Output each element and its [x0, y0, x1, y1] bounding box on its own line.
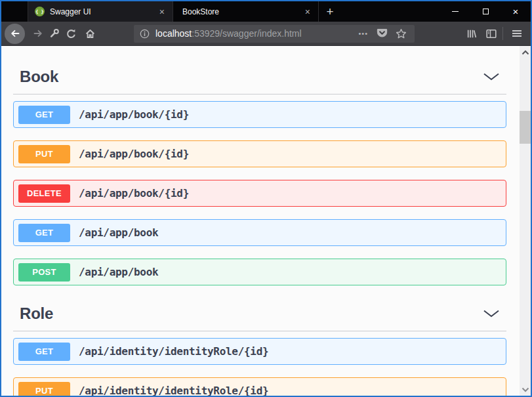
method-badge: GET — [18, 224, 70, 242]
home-icon — [85, 28, 96, 39]
tab-title: BookStore — [182, 7, 302, 16]
endpoint-row[interactable]: POST /api/app/book — [13, 259, 506, 285]
scroll-down-button[interactable] — [520, 385, 531, 395]
reload-button[interactable] — [66, 28, 77, 39]
maximize-button[interactable] — [470, 1, 501, 22]
minimize-icon — [452, 11, 459, 12]
forward-arrow-icon — [33, 28, 43, 39]
close-tab-icon[interactable]: × — [157, 7, 167, 17]
endpoint-path: /api/identity/identityRole/{id} — [79, 345, 268, 358]
endpoint-row[interactable]: PUT /api/identity/identityRole/{id} — [13, 377, 506, 396]
vertical-scrollbar[interactable] — [520, 46, 531, 396]
chevron-down-icon[interactable] — [483, 310, 500, 318]
maximize-icon — [483, 9, 489, 14]
pocket-icon[interactable] — [377, 28, 388, 39]
endpoint-path: /api/app/book/{id} — [79, 187, 189, 199]
browser-window: { } Swagger UI × BookStore × + × — [0, 0, 532, 397]
endpoint-row[interactable]: GET /api/app/book — [13, 219, 506, 246]
minimize-button[interactable] — [440, 1, 470, 22]
scroll-up-button[interactable] — [520, 47, 531, 58]
library-icon — [466, 28, 478, 39]
library-button[interactable] — [466, 28, 478, 39]
section-header-role[interactable]: Role — [13, 298, 506, 331]
url-text[interactable]: localhost:53929/swagger/index.html — [155, 28, 354, 39]
method-badge: DELETE — [18, 184, 70, 203]
endpoint-path: /api/app/book — [79, 226, 158, 239]
tab-bookstore[interactable]: BookStore × — [173, 1, 319, 22]
section-title: Book — [20, 68, 58, 86]
url-path: :53929/swagger/index.html — [192, 28, 301, 39]
swagger-api-list: Book GET /api/app/book/{id} PUT /api/app… — [1, 61, 531, 396]
developer-tools-button[interactable] — [49, 28, 60, 39]
endpoint-row[interactable]: GET /api/identity/identityRole/{id} — [13, 338, 506, 365]
hamburger-icon — [512, 30, 522, 31]
window-controls: × — [440, 1, 531, 22]
section-header-book[interactable]: Book — [13, 61, 506, 94]
sidebar-icon — [485, 28, 497, 39]
scroll-up-icon — [522, 50, 529, 55]
section-title: Role — [20, 304, 53, 323]
close-tab-icon[interactable]: × — [302, 7, 313, 17]
method-badge: GET — [18, 343, 70, 361]
endpoint-path: /api/app/book — [79, 266, 158, 278]
endpoint-path: /api/identity/identityRole/{id} — [79, 385, 268, 396]
url-host: localhost — [155, 28, 192, 39]
wrench-icon — [49, 28, 60, 39]
tabbar-spacer — [1, 1, 28, 22]
bookmark-star-icon[interactable] — [396, 28, 407, 39]
tab-title: Swagger UI — [50, 7, 157, 16]
new-tab-button[interactable]: + — [319, 1, 341, 22]
method-badge: PUT — [18, 145, 70, 163]
page-actions-icon[interactable]: ••• — [358, 30, 368, 37]
sidebars-button[interactable] — [485, 28, 497, 39]
close-window-button[interactable]: × — [501, 1, 531, 22]
scrollbar-thumb[interactable] — [520, 111, 531, 144]
endpoint-path: /api/app/book/{id} — [79, 108, 189, 121]
back-button[interactable] — [5, 24, 25, 44]
endpoint-path: /api/app/book/{id} — [79, 148, 189, 160]
site-info-icon[interactable] — [140, 29, 150, 39]
menu-button[interactable] — [508, 30, 525, 37]
endpoint-row[interactable]: GET /api/app/book/{id} — [13, 101, 506, 128]
scroll-down-icon — [522, 387, 529, 392]
forward-button[interactable] — [33, 28, 43, 39]
tab-swagger-ui[interactable]: { } Swagger UI × — [28, 1, 173, 22]
reload-icon — [66, 28, 77, 39]
chevron-down-icon[interactable] — [483, 73, 500, 81]
method-badge: PUT — [18, 382, 70, 397]
home-button[interactable] — [85, 28, 96, 39]
navigation-toolbar: localhost:53929/swagger/index.html ••• — [1, 22, 531, 46]
page-content: Book GET /api/app/book/{id} PUT /api/app… — [1, 46, 531, 396]
endpoint-row[interactable]: DELETE /api/app/book/{id} — [13, 180, 506, 207]
toolbar-separator — [502, 27, 503, 40]
method-badge: POST — [18, 263, 70, 282]
tab-bar: { } Swagger UI × BookStore × + × — [1, 1, 531, 22]
toolbar-right-icons — [466, 27, 525, 40]
swagger-favicon-icon: { } — [35, 7, 45, 16]
url-bar[interactable]: localhost:53929/swagger/index.html ••• — [134, 25, 415, 43]
method-badge: GET — [18, 106, 70, 124]
back-arrow-icon — [10, 28, 20, 39]
endpoint-row[interactable]: PUT /api/app/book/{id} — [13, 140, 506, 167]
